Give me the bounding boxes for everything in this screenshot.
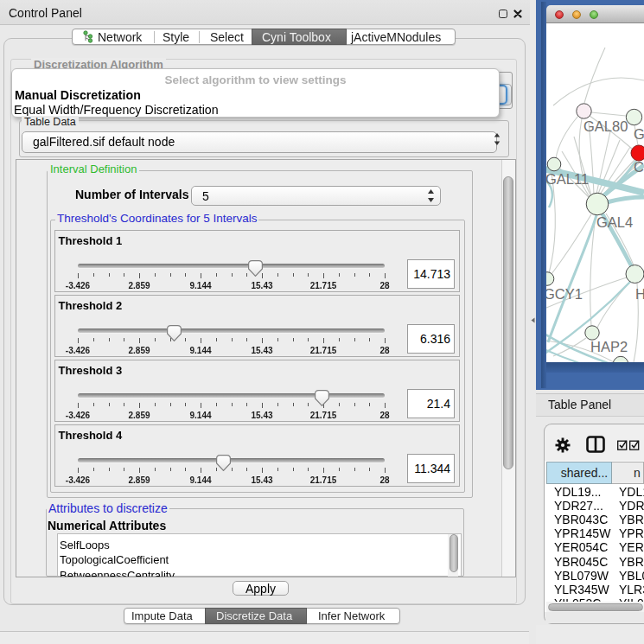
svg-text:GAL80: GAL80 bbox=[583, 118, 628, 134]
svg-text:GAL4: GAL4 bbox=[596, 214, 633, 230]
svg-text:GAL11: GAL11 bbox=[546, 171, 589, 187]
svg-text:CY: CY bbox=[634, 159, 644, 175]
svg-text:GA: GA bbox=[634, 126, 644, 142]
svg-text:GCY1: GCY1 bbox=[546, 286, 583, 302]
svg-text:HAP2: HAP2 bbox=[590, 339, 628, 354]
svg-text:H: H bbox=[635, 286, 644, 302]
